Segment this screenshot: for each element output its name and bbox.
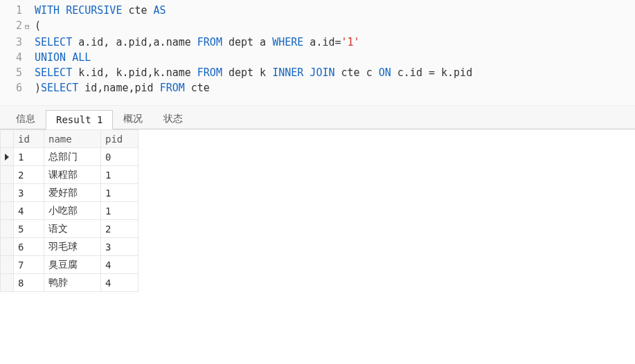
cell-name[interactable]: 鸭脖 (44, 274, 101, 292)
token: ( (35, 19, 41, 32)
cell-name[interactable]: 课程部 (44, 166, 101, 184)
cell-id[interactable]: 6 (14, 238, 44, 256)
column-header-id[interactable]: id (14, 130, 44, 148)
token: AS (154, 4, 166, 17)
token: dept k (222, 66, 272, 79)
token: cte (185, 82, 210, 94)
table-row[interactable]: 3爱好部1 (1, 184, 138, 202)
cell-id[interactable]: 4 (14, 202, 44, 220)
row-marker (1, 238, 14, 256)
code-text[interactable]: UNION ALL (35, 50, 91, 65)
token: id,name,pid (78, 82, 159, 94)
token: dept a (222, 36, 272, 48)
row-marker (1, 202, 14, 220)
column-header-pid[interactable]: pid (101, 130, 138, 148)
code-text[interactable]: ( (35, 18, 41, 33)
cell-name[interactable]: 语文 (44, 220, 101, 238)
line-number: 3 (0, 35, 25, 50)
code-text[interactable]: SELECT a.id, a.pid,a.name FROM dept a WH… (35, 35, 360, 50)
token: k.id, k.pid,k.name (72, 66, 197, 79)
token: cte (122, 4, 153, 17)
cell-pid[interactable]: 1 (101, 184, 138, 202)
line-number: 4 (0, 50, 25, 65)
code-line[interactable]: 6)SELECT id,name,pid FROM cte (0, 80, 635, 95)
cell-name[interactable]: 爱好部 (44, 184, 101, 202)
token: WITH RECURSIVE (35, 4, 122, 17)
row-marker (1, 220, 14, 238)
row-marker (1, 256, 14, 274)
row-marker (1, 166, 14, 184)
code-line[interactable]: 3SELECT a.id, a.pid,a.name FROM dept a W… (0, 35, 635, 50)
token: FROM (160, 82, 185, 94)
cell-id[interactable]: 3 (14, 184, 44, 202)
token: cte c (335, 66, 379, 79)
column-header-name[interactable]: name (44, 130, 101, 148)
code-text[interactable]: WITH RECURSIVE cte AS (35, 3, 166, 18)
cell-pid[interactable]: 1 (101, 166, 138, 184)
token: SELECT (35, 66, 72, 79)
token: FROM (197, 66, 222, 79)
row-marker-header (1, 130, 14, 148)
token: FROM (197, 36, 222, 48)
cell-pid[interactable]: 1 (101, 202, 138, 220)
cell-name[interactable]: 臭豆腐 (44, 256, 101, 274)
token: ) (35, 82, 41, 94)
token: a.id= (303, 36, 341, 48)
token: '1' (341, 36, 360, 48)
cell-id[interactable]: 7 (14, 256, 44, 274)
cell-id[interactable]: 1 (14, 148, 44, 166)
table-row[interactable]: 8鸭脖4 (1, 274, 138, 292)
code-text[interactable]: )SELECT id,name,pid FROM cte (35, 80, 210, 95)
token: UNION ALL (35, 51, 91, 64)
tab-result-1[interactable]: Result 1 (46, 110, 113, 129)
line-number: 1 (0, 3, 25, 18)
table-row[interactable]: 6羽毛球3 (1, 238, 138, 256)
table-row[interactable]: 2课程部1 (1, 166, 138, 184)
cell-pid[interactable]: 4 (101, 256, 138, 274)
line-number: 6 (0, 80, 25, 95)
cell-name[interactable]: 小吃部 (44, 202, 101, 220)
token: a.id, a.pid,a.name (72, 36, 197, 48)
row-marker (1, 274, 14, 292)
grid-header-row: id name pid (1, 130, 138, 148)
tab-概况[interactable]: 概况 (113, 109, 153, 129)
token: INNER JOIN (272, 66, 334, 79)
sql-editor[interactable]: 1WITH RECURSIVE cte AS2⊟(3SELECT a.id, a… (0, 0, 635, 106)
cell-id[interactable]: 8 (14, 274, 44, 292)
table-row[interactable]: 5语文2 (1, 220, 138, 238)
code-line[interactable]: 4UNION ALL (0, 50, 635, 65)
cell-pid[interactable]: 2 (101, 220, 138, 238)
cell-name[interactable]: 羽毛球 (44, 238, 101, 256)
current-row-icon (5, 154, 9, 161)
cell-pid[interactable]: 0 (101, 148, 138, 166)
cell-id[interactable]: 2 (14, 166, 44, 184)
table-row[interactable]: 4小吃部1 (1, 202, 138, 220)
tab-信息[interactable]: 信息 (6, 109, 46, 129)
row-marker (1, 184, 14, 202)
code-text[interactable]: SELECT k.id, k.pid,k.name FROM dept k IN… (35, 65, 472, 80)
token: ON (379, 66, 391, 79)
row-marker (1, 148, 14, 166)
token: WHERE (272, 36, 303, 48)
code-line[interactable]: 2⊟( (0, 18, 635, 35)
token: SELECT (41, 82, 78, 94)
table-row[interactable]: 1总部门0 (1, 148, 138, 166)
cell-id[interactable]: 5 (14, 220, 44, 238)
fold-toggle-icon[interactable]: ⊟ (25, 19, 35, 35)
cell-pid[interactable]: 3 (101, 238, 138, 256)
result-tabs: 信息Result 1概况状态 (0, 106, 635, 129)
result-grid[interactable]: id name pid 1总部门02课程部13爱好部14小吃部15语文26羽毛球… (0, 129, 138, 292)
code-line[interactable]: 1WITH RECURSIVE cte AS (0, 3, 635, 18)
token: c.id = k.pid (391, 66, 472, 79)
cell-pid[interactable]: 4 (101, 274, 138, 292)
line-number: 5 (0, 65, 25, 80)
table-row[interactable]: 7臭豆腐4 (1, 256, 138, 274)
code-line[interactable]: 5SELECT k.id, k.pid,k.name FROM dept k I… (0, 65, 635, 80)
line-number: 2 (0, 18, 25, 33)
tab-状态[interactable]: 状态 (153, 109, 193, 129)
token: SELECT (35, 36, 72, 48)
cell-name[interactable]: 总部门 (44, 148, 101, 166)
